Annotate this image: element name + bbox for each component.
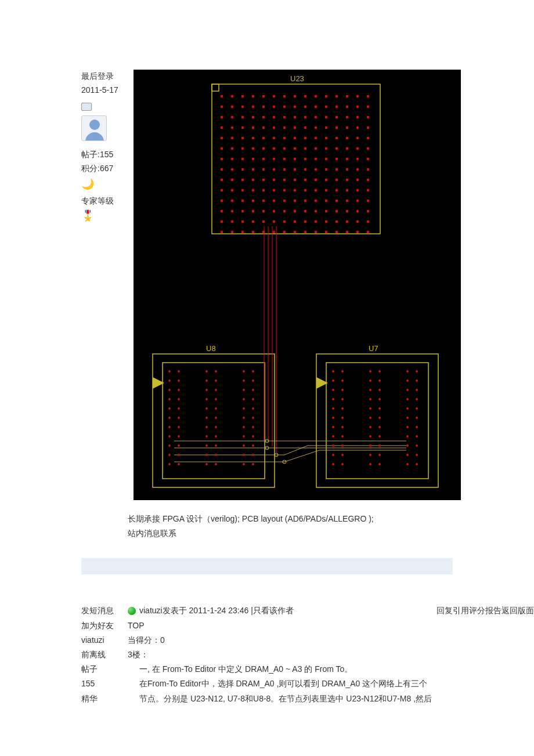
svg-point-279 <box>252 444 254 447</box>
svg-point-169 <box>241 210 244 213</box>
svg-point-344 <box>406 444 409 447</box>
svg-point-75 <box>356 137 359 140</box>
svg-point-228 <box>205 370 208 372</box>
svg-point-299 <box>341 379 344 382</box>
svg-point-229 <box>215 370 217 372</box>
add-friend-link[interactable]: 加为好友 <box>81 618 122 633</box>
avatar[interactable] <box>81 115 107 141</box>
svg-point-205 <box>304 231 307 234</box>
svg-point-202 <box>273 231 276 234</box>
svg-point-204 <box>294 231 297 234</box>
svg-point-133 <box>335 179 338 182</box>
svg-point-234 <box>205 379 208 382</box>
svg-point-163 <box>335 200 338 202</box>
svg-point-33 <box>231 116 234 119</box>
svg-point-255 <box>252 407 254 410</box>
svg-point-179 <box>346 210 349 213</box>
svg-point-168 <box>231 210 234 213</box>
svg-point-291 <box>252 463 254 465</box>
expert-level-label: 专家等级 <box>81 194 128 208</box>
svg-point-289 <box>215 463 217 465</box>
svg-point-39 <box>294 116 297 119</box>
svg-point-298 <box>332 379 334 382</box>
svg-point-327 <box>416 417 418 419</box>
last-login-label: 最后登录 <box>81 70 128 84</box>
top-link[interactable]: TOP <box>128 618 534 633</box>
points-line: 积分:667 <box>81 162 128 176</box>
svg-point-115 <box>304 168 307 171</box>
send-pm-link[interactable]: 发短消息 <box>81 603 122 618</box>
only-author-link[interactable]: 只看该作者 <box>253 606 294 615</box>
body-line-3: 节点。分别是 U23-N12, U7-8和U8-8。在节点列表里选中 U23-N… <box>139 692 534 706</box>
svg-point-310 <box>332 398 334 400</box>
svg-point-276 <box>205 444 208 447</box>
svg-point-347 <box>341 454 344 456</box>
svg-point-273 <box>252 435 254 437</box>
svg-point-106 <box>367 158 370 161</box>
svg-point-297 <box>416 370 418 372</box>
svg-point-311 <box>341 398 344 400</box>
svg-point-54 <box>294 126 297 129</box>
svg-point-331 <box>378 426 381 428</box>
svg-point-320 <box>406 407 409 410</box>
svg-point-120 <box>356 168 359 171</box>
pcb-layout-image: U23 U8 <box>134 70 461 500</box>
svg-point-227 <box>178 370 180 372</box>
svg-point-146 <box>315 189 317 192</box>
post-separator <box>81 558 453 574</box>
svg-point-52 <box>273 126 276 129</box>
svg-point-339 <box>416 435 418 437</box>
svg-point-333 <box>416 426 418 428</box>
svg-point-283 <box>215 454 217 456</box>
svg-point-29 <box>346 106 349 108</box>
svg-point-132 <box>325 179 328 182</box>
svg-point-196 <box>367 220 370 223</box>
svg-point-121 <box>367 168 370 171</box>
svg-point-271 <box>215 435 217 437</box>
svg-point-53 <box>283 126 286 129</box>
svg-point-235 <box>215 379 217 382</box>
svg-point-208 <box>335 231 338 234</box>
svg-point-183 <box>231 220 234 223</box>
svg-point-127 <box>273 179 276 182</box>
svg-point-267 <box>252 426 254 428</box>
svg-point-336 <box>369 435 371 437</box>
svg-point-303 <box>416 379 418 382</box>
svg-point-2 <box>221 95 223 98</box>
svg-point-270 <box>205 435 208 437</box>
post-actions[interactable]: 回复引用评分报告返回版面 <box>436 603 534 618</box>
svg-point-321 <box>416 407 418 410</box>
svg-point-82 <box>273 147 276 150</box>
author-link[interactable]: viatuzi <box>139 606 163 615</box>
svg-point-337 <box>378 435 381 437</box>
svg-point-76 <box>367 137 370 140</box>
svg-point-296 <box>406 370 409 372</box>
svg-point-209 <box>346 231 349 234</box>
svg-point-8 <box>283 95 286 98</box>
svg-point-90 <box>356 147 359 150</box>
moon-icon: 🌙 <box>81 179 94 189</box>
svg-point-242 <box>243 389 245 391</box>
svg-point-165 <box>356 200 359 202</box>
svg-point-13 <box>335 95 338 98</box>
posts-line: 帖子:155 <box>81 148 128 162</box>
svg-point-84 <box>294 147 297 150</box>
svg-point-262 <box>168 426 171 428</box>
svg-point-155 <box>252 200 255 202</box>
svg-point-71 <box>315 137 317 140</box>
svg-point-317 <box>341 407 344 410</box>
svg-point-129 <box>294 179 297 182</box>
username-left[interactable]: viatuzi <box>81 633 122 648</box>
svg-point-122 <box>221 179 223 182</box>
svg-point-108 <box>231 168 234 171</box>
svg-rect-212 <box>153 354 275 487</box>
svg-point-77 <box>221 147 223 150</box>
svg-point-95 <box>252 158 255 161</box>
svg-point-173 <box>283 210 286 213</box>
svg-point-66 <box>262 137 265 140</box>
svg-point-288 <box>205 463 208 465</box>
svg-point-263 <box>178 426 180 428</box>
svg-point-182 <box>221 220 223 223</box>
svg-point-102 <box>325 158 328 161</box>
svg-point-197 <box>221 231 223 234</box>
